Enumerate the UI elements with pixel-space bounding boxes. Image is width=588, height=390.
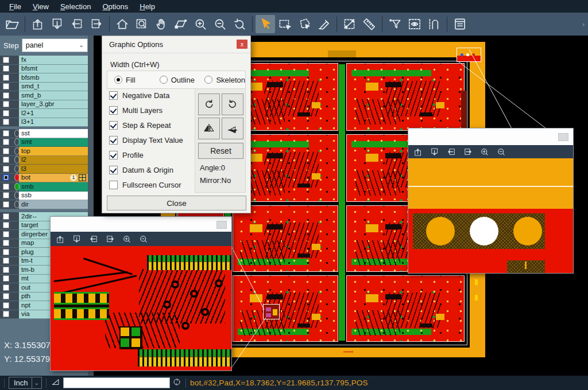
layer-row[interactable]: l3+1 (0, 118, 88, 127)
report-button[interactable] (450, 15, 470, 33)
layer-row[interactable]: l3 (0, 165, 88, 174)
pan-left-button[interactable] (67, 15, 87, 33)
pan-down-icon[interactable] (430, 147, 440, 157)
drag-view-button[interactable] (171, 15, 191, 33)
close-button[interactable]: Close (107, 196, 246, 210)
pan-up-icon[interactable] (413, 147, 423, 157)
pan-left-icon[interactable] (446, 147, 457, 157)
display-option-checkbox[interactable]: Profile (109, 147, 183, 162)
filter-button[interactable] (385, 15, 405, 33)
menu-item[interactable]: File (3, 1, 27, 12)
mirror-horizontal-button[interactable] (198, 118, 220, 139)
pcb-board[interactable] (233, 205, 338, 272)
layer-checkbox[interactable] (3, 275, 9, 282)
command-input[interactable] (63, 377, 170, 388)
preview-content[interactable] (51, 246, 231, 370)
zoom-home-button[interactable] (113, 15, 132, 33)
pan-up-icon[interactable] (55, 234, 65, 244)
pan-right-icon[interactable] (463, 147, 473, 157)
reset-button[interactable]: Reset (198, 143, 243, 159)
window-menu-button[interactable] (216, 221, 227, 229)
layer-checkbox[interactable] (3, 258, 9, 264)
display-option-checkbox[interactable]: Step & Repeat (109, 118, 183, 132)
layer-checkbox[interactable] (3, 92, 9, 99)
layer-row[interactable]: l2 (0, 156, 88, 165)
layer-row[interactable]: l2+1 (0, 109, 88, 118)
ruler-button[interactable] (359, 15, 379, 33)
pan-left-icon[interactable] (88, 234, 99, 244)
layer-row[interactable]: ssb (0, 192, 88, 201)
layer-checkbox[interactable] (3, 249, 9, 255)
display-option-checkbox[interactable]: Fullscreen Cursor (109, 177, 183, 192)
window-menu-button[interactable] (558, 133, 568, 141)
layer-row[interactable]: top (0, 147, 88, 156)
measure-distance-button[interactable] (340, 15, 359, 33)
dialog-titlebar[interactable]: Graphic Options (102, 36, 250, 53)
zoom-out-icon[interactable] (496, 147, 506, 157)
zoom-in-icon[interactable] (122, 234, 132, 244)
display-option-checkbox[interactable]: Negative Data (109, 88, 183, 103)
zoom-in-icon[interactable] (479, 147, 490, 157)
menu-item[interactable]: View (27, 1, 55, 12)
layer-checkbox[interactable] (3, 222, 9, 228)
width-radio-option[interactable]: Skeleton (204, 76, 245, 84)
polygon-select-button[interactable] (295, 15, 314, 33)
layer-row[interactable]: smt (0, 138, 88, 147)
rotate-cw-button[interactable] (198, 93, 220, 115)
layer-checkbox[interactable] (3, 101, 9, 107)
layer-row[interactable]: sst (0, 129, 88, 138)
zoom-out-button[interactable] (210, 15, 230, 33)
layer-row[interactable]: bot1 (0, 174, 88, 183)
display-option-checkbox[interactable]: Display Text Value (109, 132, 183, 147)
pan-right-button[interactable] (87, 15, 106, 33)
layer-checkbox[interactable] (3, 139, 9, 145)
layer-checkbox[interactable] (3, 293, 9, 299)
menu-item[interactable]: Selection (55, 1, 96, 12)
width-radio-option[interactable]: Outline (160, 76, 198, 84)
rotate-ccw-button[interactable] (222, 93, 243, 115)
open-file-button[interactable] (2, 15, 22, 33)
layer-checkbox[interactable] (3, 311, 9, 317)
pcb-board[interactable] (233, 275, 338, 342)
preview-titlebar[interactable] (51, 217, 231, 232)
zoom-window-button[interactable] (132, 15, 152, 33)
layer-row[interactable]: smd_t (0, 83, 88, 92)
layer-checkbox[interactable] (3, 83, 9, 89)
layer-checkbox[interactable] (3, 201, 9, 208)
step-select[interactable]: panel ⌄ (22, 38, 88, 52)
refresh-icon[interactable] (172, 377, 181, 388)
pan-hand-button[interactable] (152, 15, 171, 33)
display-option-checkbox[interactable]: Multi Layers (109, 103, 183, 118)
layer-checkbox[interactable] (3, 148, 9, 154)
pcb-board[interactable] (346, 275, 465, 342)
layer-row[interactable]: smb (0, 182, 88, 192)
layer-row[interactable]: smd_b (0, 91, 88, 100)
view-options-button[interactable] (405, 15, 424, 33)
layer-checkbox[interactable] (3, 130, 9, 136)
brush-select-button[interactable] (314, 15, 334, 33)
layer-checkbox[interactable] (3, 267, 9, 273)
layer-row[interactable]: fx (0, 56, 88, 65)
layer-checkbox[interactable] (3, 213, 9, 220)
layer-checkbox[interactable] (3, 166, 9, 172)
layer-row[interactable]: bfsmt (0, 65, 88, 74)
pan-up-button[interactable] (28, 15, 48, 33)
dialog-close-button[interactable]: x (237, 40, 247, 49)
layer-checkbox[interactable] (3, 157, 9, 163)
pcb-board[interactable] (346, 63, 465, 131)
pan-right-icon[interactable] (105, 234, 115, 244)
layer-checkbox[interactable] (3, 184, 9, 190)
pan-down-button[interactable] (48, 15, 67, 33)
layer-checkbox[interactable] (3, 110, 9, 116)
width-radio-option[interactable]: Fill (114, 76, 153, 84)
angle-mode-icon[interactable] (51, 377, 61, 389)
layer-checkbox[interactable] (3, 302, 9, 309)
pan-down-icon[interactable] (72, 234, 82, 244)
layer-checkbox[interactable] (3, 192, 9, 198)
layer-checkbox[interactable] (3, 57, 9, 63)
preview-titlebar[interactable] (408, 128, 573, 146)
layer-checkbox[interactable] (3, 174, 9, 181)
select-button[interactable] (256, 15, 275, 33)
layer-checkbox[interactable] (3, 284, 9, 291)
mirror-vertical-button[interactable] (222, 118, 243, 139)
